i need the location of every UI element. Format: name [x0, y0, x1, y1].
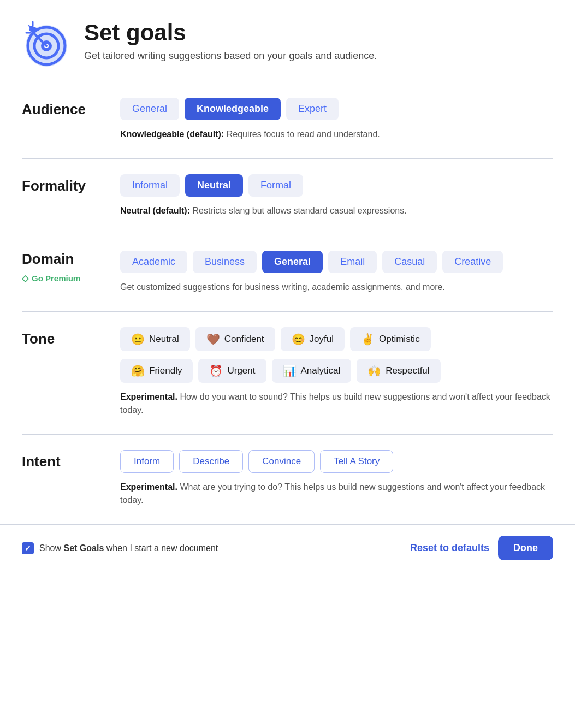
- audience-section: Audience General Knowledgeable Expert Kn…: [22, 98, 553, 154]
- domain-casual-button[interactable]: Casual: [382, 251, 437, 273]
- confident-emoji: 🤎: [206, 333, 220, 346]
- formality-section: Formality Informal Neutral Formal Neutra…: [22, 174, 553, 230]
- tone-description: Experimental. How do you want to sound? …: [120, 390, 553, 417]
- tone-optimistic-label: Optimistic: [379, 334, 420, 345]
- tone-respectful-label: Respectful: [386, 365, 429, 376]
- urgent-emoji: ⏰: [209, 364, 223, 377]
- domain-divider: [22, 311, 553, 312]
- audience-description: Knowledgeable (default): Requires focus …: [120, 128, 553, 141]
- domain-email-button[interactable]: Email: [328, 251, 377, 273]
- audience-knowledgeable-button[interactable]: Knowledgeable: [185, 98, 281, 120]
- tone-friendly-button[interactable]: 🤗 Friendly: [120, 359, 193, 383]
- page-description: Get tailored writing suggestions based o…: [84, 50, 377, 62]
- audience-divider: [22, 158, 553, 159]
- friendly-emoji: 🤗: [131, 364, 145, 377]
- domain-content: Academic Business General Email Casual C…: [120, 251, 553, 294]
- tone-optimistic-button[interactable]: ✌️ Optimistic: [350, 327, 431, 351]
- tone-analytical-button[interactable]: 📊 Analytical: [272, 359, 352, 383]
- intent-convince-button[interactable]: Convince: [248, 450, 315, 473]
- tone-confident-button[interactable]: 🤎 Confident: [195, 327, 275, 351]
- checkbox-check-icon: ✓: [25, 544, 31, 553]
- audience-content: General Knowledgeable Expert Knowledgeab…: [120, 98, 553, 141]
- header: Set goals Get tailored writing suggestio…: [22, 17, 553, 67]
- done-button[interactable]: Done: [498, 536, 553, 560]
- diamond-icon: ◇: [22, 273, 28, 283]
- show-goals-checkbox[interactable]: ✓: [22, 542, 34, 554]
- formality-neutral-button[interactable]: Neutral: [185, 174, 243, 197]
- audience-general-button[interactable]: General: [120, 98, 179, 120]
- audience-button-group: General Knowledgeable Expert: [120, 98, 553, 120]
- reset-defaults-button[interactable]: Reset to defaults: [410, 542, 489, 554]
- domain-description: Get customized suggestions for business …: [120, 281, 553, 294]
- formality-formal-button[interactable]: Formal: [248, 174, 303, 197]
- domain-academic-button[interactable]: Academic: [120, 251, 187, 273]
- optimistic-emoji: ✌️: [361, 333, 375, 346]
- footer-right: Reset to defaults Done: [410, 536, 553, 560]
- tone-neutral-label: Neutral: [149, 334, 179, 345]
- footer-left: ✓ Show Set Goals when I start a new docu…: [22, 542, 218, 554]
- tone-analytical-label: Analytical: [301, 365, 341, 376]
- audience-label: Audience: [22, 98, 98, 118]
- tone-neutral-button[interactable]: 😐 Neutral: [120, 327, 190, 351]
- domain-label: Domain: [22, 251, 98, 268]
- intent-content: Inform Describe Convince Tell A Story Ex…: [120, 450, 553, 507]
- tone-divider: [22, 434, 553, 435]
- go-premium-button[interactable]: ◇ Go Premium: [22, 273, 98, 283]
- domain-button-group: Academic Business General Email Casual C…: [120, 251, 553, 273]
- tone-label: Tone: [22, 327, 98, 347]
- analytical-emoji: 📊: [283, 364, 297, 377]
- intent-description: Experimental. What are you trying to do?…: [120, 481, 553, 507]
- tone-urgent-button[interactable]: ⏰ Urgent: [198, 359, 266, 383]
- main-container: Set goals Get tailored writing suggestio…: [0, 0, 575, 520]
- tone-button-group-2: 🤗 Friendly ⏰ Urgent 📊 Analytical 🙌 Respe…: [120, 359, 553, 383]
- respectful-emoji: 🙌: [367, 364, 381, 377]
- formality-description: Neutral (default): Restricts slang but a…: [120, 204, 553, 217]
- go-premium-label: Go Premium: [32, 274, 80, 283]
- formality-content: Informal Neutral Formal Neutral (default…: [120, 174, 553, 217]
- footer: ✓ Show Set Goals when I start a new docu…: [0, 524, 575, 571]
- domain-left: Domain ◇ Go Premium: [22, 251, 98, 283]
- domain-business-button[interactable]: Business: [193, 251, 257, 273]
- target-icon: [22, 17, 71, 67]
- neutral-emoji: 😐: [131, 333, 145, 346]
- intent-label: Intent: [22, 450, 98, 470]
- formality-informal-button[interactable]: Informal: [120, 174, 180, 197]
- tone-urgent-label: Urgent: [227, 365, 255, 376]
- header-divider: [22, 82, 553, 82]
- intent-inform-button[interactable]: Inform: [120, 450, 174, 473]
- intent-button-group: Inform Describe Convince Tell A Story: [120, 450, 553, 473]
- tone-button-group: 😐 Neutral 🤎 Confident 😊 Joyful ✌️ Optimi…: [120, 327, 553, 351]
- tone-section: Tone 😐 Neutral 🤎 Confident 😊 Joyful ✌️ O…: [22, 327, 553, 430]
- footer-checkbox-text: Show Set Goals when I start a new docume…: [39, 543, 218, 553]
- domain-section: Domain ◇ Go Premium Academic Business Ge…: [22, 251, 553, 307]
- audience-expert-button[interactable]: Expert: [286, 98, 339, 120]
- domain-creative-button[interactable]: Creative: [442, 251, 503, 273]
- formality-button-group: Informal Neutral Formal: [120, 174, 553, 197]
- joyful-emoji: 😊: [292, 333, 305, 346]
- tone-content: 😐 Neutral 🤎 Confident 😊 Joyful ✌️ Optimi…: [120, 327, 553, 417]
- tone-joyful-button[interactable]: 😊 Joyful: [281, 327, 345, 351]
- header-text: Set goals Get tailored writing suggestio…: [84, 17, 377, 62]
- page-title: Set goals: [84, 20, 377, 46]
- tone-friendly-label: Friendly: [149, 365, 182, 376]
- tone-respectful-button[interactable]: 🙌 Respectful: [357, 359, 440, 383]
- tone-confident-label: Confident: [224, 334, 264, 345]
- domain-general-button[interactable]: General: [262, 251, 323, 273]
- tone-joyful-label: Joyful: [310, 334, 334, 345]
- intent-section: Intent Inform Describe Convince Tell A S…: [22, 450, 553, 520]
- formality-label: Formality: [22, 174, 98, 194]
- formality-divider: [22, 235, 553, 235]
- intent-describe-button[interactable]: Describe: [179, 450, 243, 473]
- intent-tell-story-button[interactable]: Tell A Story: [320, 450, 393, 473]
